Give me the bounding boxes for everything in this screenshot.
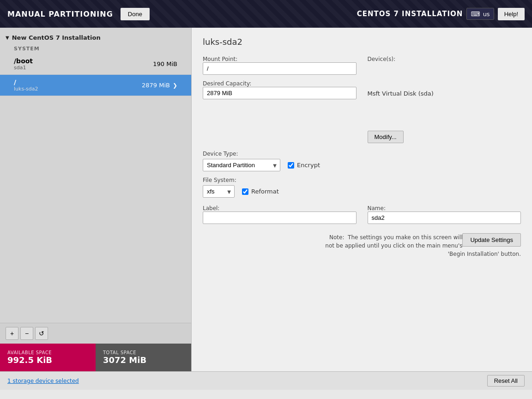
bottom-bar: 1 storage device selected Reset All [0, 371, 532, 390]
storage-device-link[interactable]: 1 storage device selected [7, 378, 79, 384]
mount-devices-row: Mount Point: Desired Capacity: Device(s)… [203, 56, 521, 143]
encrypt-checkbox-row: Encrypt [288, 162, 320, 169]
devices-section: Device(s): Msft Virtual Disk (sda) Modif… [368, 56, 521, 143]
tree-arrow-icon: ▼ [6, 35, 9, 40]
reformat-checkbox[interactable] [242, 188, 248, 195]
desired-capacity-label: Desired Capacity: [203, 80, 357, 87]
name-field-label: Name: [368, 205, 521, 212]
tree-header[interactable]: ▼ New CentOS 7 Installation [0, 31, 191, 44]
header: MANUAL PARTITIONING Done CENTOS 7 INSTAL… [0, 0, 532, 28]
label-name-row: Label: Name: [203, 205, 521, 224]
partition-device-root: luks-sda2 [14, 86, 38, 92]
device-type-select-wrapper: Standard Partition LVM LVM Thin Provisio… [203, 159, 280, 171]
mount-point-label: Mount Point: [203, 56, 357, 62]
done-button[interactable]: Done [121, 8, 150, 20]
header-left: MANUAL PARTITIONING Done [7, 8, 150, 20]
device-type-label: Device Type: [203, 151, 521, 157]
partition-size-root: 2879 MiB ❯ [142, 82, 177, 89]
reformat-checkbox-row: Reformat [242, 188, 279, 195]
partition-item-root[interactable]: / luks-sda2 2879 MiB ❯ [0, 75, 191, 96]
partition-mount-root: / [14, 79, 38, 86]
encrypt-checkbox[interactable] [288, 162, 294, 169]
centos-title: CENTOS 7 INSTALLATION [357, 10, 463, 18]
keyboard-lang: us [483, 11, 490, 18]
partition-info-root: / luks-sda2 [14, 79, 38, 92]
label-field-label: Label: [203, 205, 357, 212]
update-settings-button[interactable]: Update Settings [462, 233, 521, 247]
file-system-section: File System: xfs ext4 ext3 ext2 vfat swa… [203, 177, 521, 198]
tree-section: ▼ New CentOS 7 Installation SYSTEM /boot… [0, 28, 191, 100]
file-system-select-wrapper: xfs ext4 ext3 ext2 vfat swap ▼ [203, 185, 235, 198]
total-space-label: TOTAL SPACE [103, 350, 184, 355]
page-title: MANUAL PARTITIONING [7, 10, 113, 18]
refresh-button[interactable]: ↺ [35, 327, 48, 340]
space-bar: AVAILABLE SPACE 992.5 KiB TOTAL SPACE 30… [0, 344, 191, 371]
name-input[interactable] [368, 212, 521, 224]
device-entry: Msft Virtual Disk (sda) [368, 90, 521, 97]
device-type-row: Standard Partition LVM LVM Thin Provisio… [203, 159, 521, 171]
remove-partition-button[interactable]: − [20, 327, 33, 340]
label-input[interactable] [203, 212, 357, 224]
help-button[interactable]: Help! [498, 8, 525, 20]
available-space: AVAILABLE SPACE 992.5 KiB [0, 344, 96, 371]
desired-capacity-section: Desired Capacity: [203, 80, 357, 99]
left-toolbar: + − ↺ [0, 323, 191, 344]
chevron-right-icon: ❯ [173, 82, 177, 89]
partition-size-boot: 190 MiB [153, 60, 177, 67]
detail-title: luks-sda2 [203, 37, 521, 47]
partition-size-value-root: 2879 MiB [142, 82, 170, 89]
partition-item-boot[interactable]: /boot sda1 190 MiB [0, 54, 191, 75]
right-panel: luks-sda2 Mount Point: Desired Capacity:… [192, 28, 532, 371]
devices-label: Device(s): [368, 56, 521, 62]
device-type-section: Device Type: Standard Partition LVM LVM … [203, 151, 521, 171]
device-type-select[interactable]: Standard Partition LVM LVM Thin Provisio… [203, 159, 280, 171]
keyboard-input[interactable]: ⌨ us [466, 8, 494, 20]
file-system-select[interactable]: xfs ext4 ext3 ext2 vfat swap [203, 185, 235, 198]
reset-all-button[interactable]: Reset All [487, 375, 525, 387]
tree-header-label: New CentOS 7 Installation [12, 34, 101, 41]
partition-info-boot: /boot sda1 [14, 57, 33, 71]
devices-list: Msft Virtual Disk (sda) [368, 90, 521, 127]
left-panel: ▼ New CentOS 7 Installation SYSTEM /boot… [0, 28, 192, 371]
system-label: SYSTEM [0, 44, 191, 54]
mount-point-input[interactable] [203, 62, 357, 75]
modify-button[interactable]: Modify... [368, 131, 404, 143]
file-system-row: xfs ext4 ext3 ext2 vfat swap ▼ Reformat [203, 185, 521, 198]
keyboard-icon: ⌨ [471, 10, 480, 18]
partition-size-value-boot: 190 MiB [153, 60, 177, 67]
desired-capacity-input[interactable] [203, 87, 357, 99]
main-container: ▼ New CentOS 7 Installation SYSTEM /boot… [0, 28, 532, 371]
partition-device-boot: sda1 [14, 65, 33, 71]
label-section: Label: [203, 205, 357, 224]
reformat-label: Reformat [251, 188, 279, 195]
mount-point-section: Mount Point: Desired Capacity: [203, 56, 357, 143]
total-space-value: 3072 MiB [103, 355, 184, 365]
encrypt-label: Encrypt [297, 162, 320, 169]
available-space-value: 992.5 KiB [7, 355, 88, 365]
partition-mount-boot: /boot [14, 57, 33, 65]
add-partition-button[interactable]: + [6, 327, 18, 340]
partition-list: ▼ New CentOS 7 Installation SYSTEM /boot… [0, 28, 191, 323]
available-space-label: AVAILABLE SPACE [7, 350, 88, 355]
file-system-label: File System: [203, 177, 521, 183]
name-section: Name: [368, 205, 521, 224]
total-space: TOTAL SPACE 3072 MiB [96, 344, 191, 371]
header-right: CENTOS 7 INSTALLATION ⌨ us Help! [357, 8, 525, 20]
